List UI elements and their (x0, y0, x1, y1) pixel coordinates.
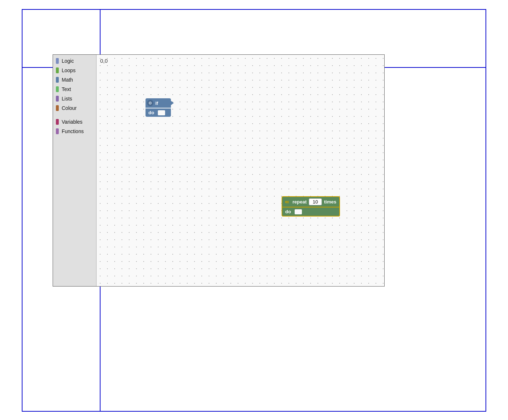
toolbox-item-logic[interactable]: Logic (53, 56, 96, 66)
math-label: Math (62, 77, 73, 83)
toolbox-item-loops[interactable]: Loops (53, 66, 96, 75)
blockly-workspace: Logic Loops Math Text Lists Colour Varia… (53, 54, 385, 287)
if-block-top[interactable]: ⚙ if (146, 98, 171, 108)
do-label: do (148, 110, 154, 115)
times-label: times (324, 199, 336, 205)
colour-label: Colour (62, 105, 77, 111)
logic-label: Logic (62, 58, 74, 64)
toolbox-item-lists[interactable]: Lists (53, 94, 96, 103)
coords-label: 0,0 (100, 58, 108, 64)
toolbox-item-text[interactable]: Text (53, 85, 96, 94)
loops-color-dot (56, 67, 59, 73)
math-color-dot (56, 77, 59, 83)
toolbox-item-variables[interactable]: Variables (53, 117, 96, 127)
canvas-area[interactable]: 0,0 ⚙ if do repeat times do (97, 55, 385, 286)
repeat-block-bottom[interactable]: do (282, 207, 340, 217)
repeat-block-slot (295, 209, 302, 214)
if-block-slot (158, 110, 165, 115)
logic-color-dot (56, 58, 59, 64)
repeat-block-top[interactable]: repeat times (282, 196, 340, 207)
toolbox: Logic Loops Math Text Lists Colour Varia… (53, 55, 97, 286)
toolbox-item-math[interactable]: Math (53, 75, 96, 85)
colour-color-dot (56, 105, 59, 111)
gear-icon: ⚙ (147, 100, 153, 106)
toolbox-separator (53, 113, 96, 117)
if-block-bottom[interactable]: do (146, 108, 171, 117)
text-label: Text (62, 86, 71, 92)
lists-label: Lists (62, 96, 72, 102)
repeat-do-label: do (285, 209, 291, 214)
variables-color-dot (56, 119, 59, 125)
toolbox-item-colour[interactable]: Colour (53, 103, 96, 113)
repeat-value-input[interactable] (309, 198, 322, 205)
functions-label: Functions (62, 128, 84, 134)
if-block[interactable]: ⚙ if do (146, 98, 171, 117)
repeat-nub (285, 201, 289, 203)
lists-color-dot (56, 96, 59, 102)
text-color-dot (56, 86, 59, 92)
functions-color-dot (56, 128, 59, 134)
variables-label: Variables (62, 119, 82, 125)
repeat-label: repeat (292, 199, 307, 205)
loops-label: Loops (62, 67, 75, 73)
if-label: if (155, 100, 158, 106)
toolbox-item-functions[interactable]: Functions (53, 127, 96, 136)
repeat-block[interactable]: repeat times do (282, 196, 340, 217)
